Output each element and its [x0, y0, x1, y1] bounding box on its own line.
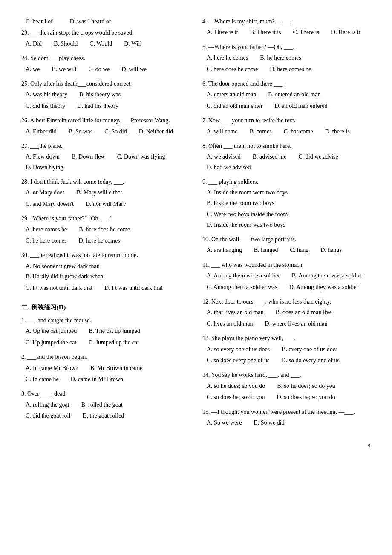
option: D. was I heard of: [70, 17, 111, 26]
question-text: 28. I don't think Jack will come today, …: [21, 177, 190, 187]
question-block: 25. Only after his death___considered co…: [21, 79, 190, 113]
options-row: C. Among them a soldier wasD. Among they…: [202, 283, 371, 292]
question-block: 13. She plays the piano very well, ___.A…: [202, 334, 371, 367]
option: C. Would: [89, 39, 112, 49]
section-title: 二. 倒装练习(II): [21, 302, 190, 312]
option: C. did an old man enter: [207, 101, 262, 111]
option: C. Up jumped the cat: [26, 338, 76, 347]
option: D. here comes he: [270, 65, 311, 74]
option: D. so do every one of us: [281, 356, 339, 365]
question-text: 25. Only after his death___considered co…: [21, 79, 190, 89]
option: B. There it is: [250, 28, 281, 37]
question-block: 27. ___the plane.A. Flew downB. Down fle…: [21, 142, 190, 174]
question-text: 15. —I thought you women were present at…: [202, 408, 371, 417]
option: B. entered an old man: [268, 90, 320, 99]
option: D. an old man entered: [274, 101, 327, 111]
option: C. So did: [104, 127, 127, 136]
question-block: 9. ___ playing soldiers.A. Inside the ro…: [202, 177, 371, 231]
option: B. So was: [69, 127, 92, 136]
options-row: A. Inside the room were two boysB. Insid…: [202, 188, 371, 208]
option: D. will we: [122, 65, 147, 74]
option: B. So we did: [254, 418, 284, 428]
question-block: 26. Albert Einstein cared little for mon…: [21, 116, 190, 138]
option: C. Among them a soldier was: [207, 283, 277, 292]
question-text: 12. Next door to ours ___ , who is no le…: [202, 297, 371, 306]
question-text: 29. "Where is your father?" "Oh,___.": [21, 214, 190, 223]
left-column: C. hear I ofD. was I heard of23. ___the …: [21, 17, 190, 433]
question-text: 9. ___ playing soldiers.: [202, 177, 371, 187]
options-row: A. DidB. ShouldC. WouldD. Will: [21, 39, 190, 49]
question-block: 24. Seldom ___play chess.A. weB. we will…: [21, 54, 190, 76]
question-text: 24. Seldom ___play chess.: [21, 54, 190, 63]
option: C. I t was not until dark that: [26, 283, 92, 293]
options-row: A. In came Mr BrownB. Mr Brown in came: [21, 364, 190, 373]
options-row: C. Were two boys inside the roomD. Insid…: [202, 210, 371, 230]
option: D. Jumped up the cat: [88, 338, 139, 347]
options-row: A. rolling the goatB. rolled the goat: [21, 400, 190, 410]
option: B. we will: [52, 65, 76, 74]
options-row: C. Up jumped the catD. Jumped up the cat: [21, 338, 190, 347]
option: D. Neither did: [139, 127, 173, 136]
option: C. lives an old man: [207, 319, 253, 329]
page: C. hear I ofD. was I heard of23. ___the …: [21, 17, 371, 450]
option: D. Down flying: [26, 163, 63, 172]
option: D. the goat rolled: [82, 411, 124, 421]
question-text: 26. Albert Einstein cared little for mon…: [21, 116, 190, 125]
options-row: C. here does he comeD. here comes he: [202, 65, 371, 74]
question-block: 30. ___he realized it was too late to re…: [21, 251, 190, 295]
question-text: 10. On the wall ___ two large portraits.: [202, 235, 371, 244]
question-block: 7. Now ___ your turn to recite the text.…: [202, 116, 371, 138]
options-row: C. did an old man enterD. an old man ent…: [202, 101, 371, 111]
question-block: 11. ___ who was wounded in the stomach.A…: [202, 260, 371, 294]
option: D. had his theory: [77, 101, 118, 111]
option: C. he here comes: [26, 236, 66, 246]
option: C. did his theory: [26, 101, 65, 111]
option: A. are hanging: [207, 246, 242, 255]
question-block: 8. Often ___ them not to smoke here.A. w…: [202, 142, 371, 174]
option: C. In came he: [26, 375, 59, 384]
options-row: A. enters an old manB. entered an old ma…: [202, 90, 371, 99]
option: C. hang: [290, 246, 309, 255]
option: D. Here is it: [331, 28, 360, 37]
option: D. Will: [124, 39, 141, 49]
option: A. or Mary does: [26, 188, 65, 197]
options-row: A. Among them were a soldierB. Among the…: [202, 271, 371, 280]
question-block: 23. ___the rain stop. the crops would be…: [21, 28, 190, 50]
option: B. advised me: [253, 152, 287, 162]
option: A. So we were: [207, 418, 242, 428]
option: A. will come: [207, 127, 238, 136]
question-block: 12. Next door to ours ___ , who is no le…: [202, 297, 371, 330]
option: B. rolled the goat: [81, 400, 123, 410]
question-block: 5. —Where is your father? —Oh, ___.A. he…: [202, 43, 371, 76]
option: B. Should: [54, 39, 78, 49]
options-row: C. did the goat rollD. the goat rolled: [21, 411, 190, 421]
options-row: C. hear I ofD. was I heard of: [21, 17, 190, 26]
option: A. we: [26, 65, 40, 74]
question-text: 2. ___and the lesson began.: [21, 353, 190, 362]
option: C. Down was flying: [117, 152, 165, 162]
option: C. here does he come: [207, 65, 258, 74]
option: A. Among them were a soldier: [207, 271, 280, 280]
two-column-layout: C. hear I ofD. was I heard of23. ___the …: [21, 17, 371, 433]
options-row: A. so he does; so you doB. so he does; s…: [202, 382, 371, 391]
options-row: A. here comes heB. here does he come: [21, 225, 190, 234]
options-row: A. was his theoryB. his theory was: [21, 90, 190, 99]
option: D. so does he; so you do: [277, 393, 335, 402]
option: B. every one of us does: [282, 345, 337, 354]
option: A. In came Mr Brown: [26, 364, 78, 373]
question-text: 5. —Where is your father? —Oh, ___.: [202, 43, 371, 52]
option: A. so every one of us does: [207, 345, 270, 354]
question-block: 15. —I thought you women were present at…: [202, 408, 371, 430]
question-text: 1. ___ and caught the mouse.: [21, 316, 190, 325]
option: B. hanged: [254, 246, 278, 255]
option: B. here does he come: [79, 225, 130, 234]
option: B. his theory was: [79, 90, 121, 99]
question-text: 14. You say he works hard, ___, and ___.: [202, 370, 371, 380]
option: D. nor will Mary: [86, 199, 126, 209]
option: A. rolling the goat: [26, 400, 69, 410]
option: A. so he does; so you do: [207, 382, 265, 391]
option: B. Mary will either: [77, 188, 122, 197]
question-block: 14. You say he works hard, ___, and ___.…: [202, 370, 371, 404]
options-row: A. we advisedB. advised meC. did we advi…: [202, 152, 371, 172]
options-row: A. There is itB. There it isC. There isD…: [202, 28, 371, 37]
